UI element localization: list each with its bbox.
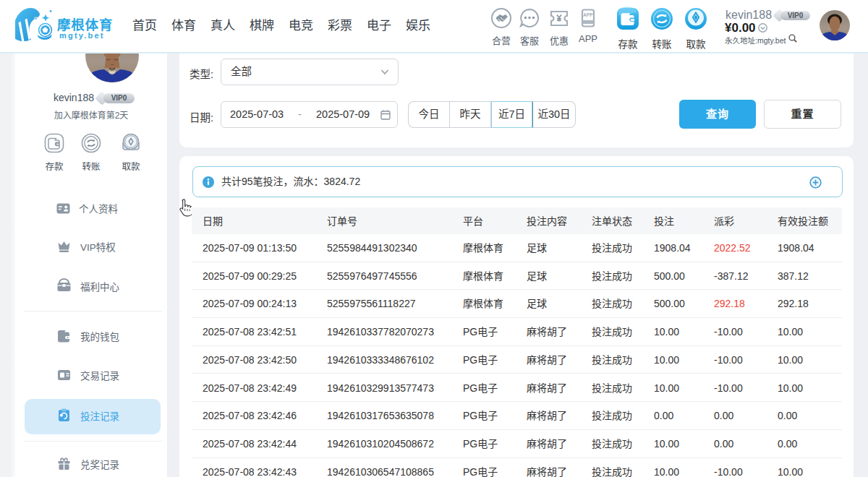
svg-text:APP: APP xyxy=(583,12,593,17)
